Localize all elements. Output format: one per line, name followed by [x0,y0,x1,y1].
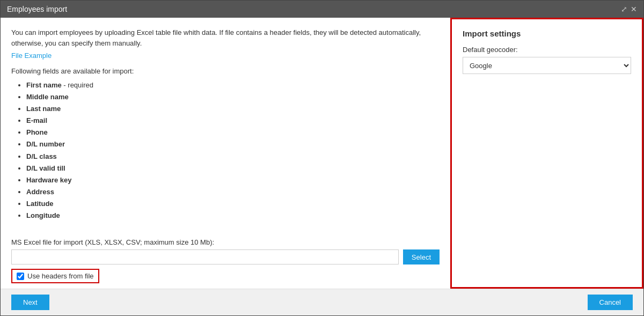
list-item: D/L valid till [26,163,440,174]
file-import-section: MS Excel file for import (XLS, XLSX, CSV… [11,238,440,283]
use-headers-checkbox[interactable] [17,273,24,280]
field-name: E-mail [26,116,47,124]
file-import-label: MS Excel file for import (XLS, XLSX, CSV… [11,238,440,246]
dialog-title: Employees import [7,5,67,13]
list-item: Latitude [26,198,440,210]
list-item: D/L number [26,138,440,150]
field-name: Phone [26,128,48,136]
list-item: First name - required [26,79,440,91]
close-icon[interactable]: ✕ [631,5,637,13]
list-item: Middle name [26,91,440,103]
import-settings-title: Import settings [463,29,631,38]
file-example-link[interactable]: File Example [11,52,440,60]
dialog-titlebar: Employees import ⤢ ✕ [1,1,643,18]
field-name: D/L number [26,140,65,148]
use-headers-label[interactable]: Use headers from file [27,272,94,280]
field-name: Hardware key [26,176,72,184]
list-item: Address [26,186,440,198]
fields-list: First name - required Middle name Last n… [11,79,440,222]
field-name: D/L class [26,152,57,160]
field-name: First name [26,81,62,89]
dialog-body: You can import employees by uploading Ex… [1,18,643,289]
titlebar-controls: ⤢ ✕ [621,5,637,13]
list-item: Phone [26,127,440,138]
cancel-button[interactable]: Cancel [588,295,633,310]
use-headers-checkbox-row: Use headers from file [11,269,99,283]
list-item: Hardware key [26,174,440,186]
file-path-input[interactable] [11,249,399,264]
list-item: Longitude [26,210,440,222]
geocoder-select[interactable]: Google Yandex Bing [463,57,631,74]
list-item: Last name [26,103,440,115]
employees-import-dialog: Employees import ⤢ ✕ You can import empl… [0,0,644,316]
expand-icon[interactable]: ⤢ [621,5,627,13]
field-name: Latitude [26,200,54,208]
field-name: Last name [26,105,61,113]
geocoder-label: Default geocoder: [463,46,631,54]
field-name: Longitude [26,211,60,219]
field-name: D/L valid till [26,164,65,172]
list-item: D/L class [26,151,440,163]
field-name: Middle name [26,93,69,101]
main-content: You can import employees by uploading Ex… [1,18,450,289]
import-settings-sidebar: Import settings Default geocoder: Google… [450,18,643,289]
file-input-row: Select [11,249,440,264]
fields-heading: Following fields are available for impor… [11,67,440,75]
select-button[interactable]: Select [403,249,440,264]
field-name: Address [26,188,54,196]
next-button[interactable]: Next [11,295,49,310]
list-item: E-mail [26,115,440,127]
dialog-footer: Next Cancel [1,289,643,315]
intro-text: You can import employees by uploading Ex… [11,27,440,48]
